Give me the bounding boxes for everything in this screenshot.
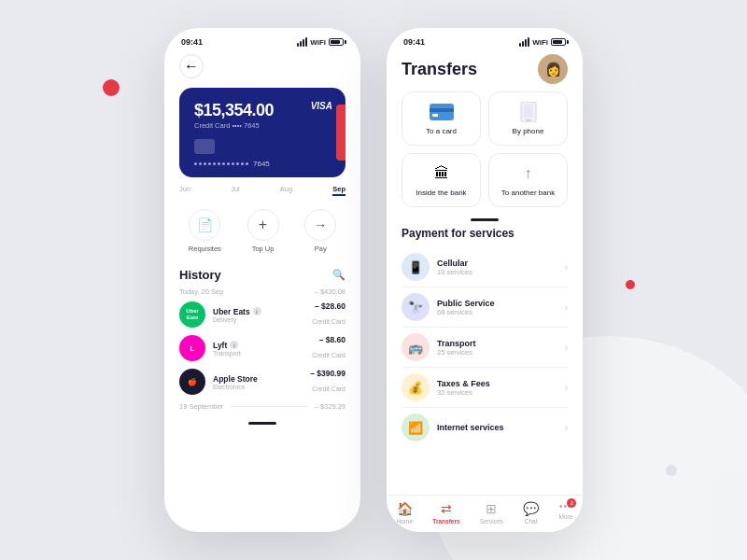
inside-bank-label: Inside the bank (416, 189, 466, 197)
transport-sub: 25 services (437, 348, 557, 357)
transfers-nav-icon: ⇄ (441, 501, 452, 516)
public-service-icon: 🔭 (402, 293, 430, 321)
public-service-chevron: › (565, 302, 568, 313)
home-nav-label: Home (397, 518, 413, 525)
pay-button[interactable]: → Pay (304, 209, 336, 253)
history-item-lyft[interactable]: L Lyft ℹ Transport – $8.60 Credit Card (179, 335, 345, 361)
month-tab-sep[interactable]: Sep (332, 185, 345, 196)
nav-transfers[interactable]: ⇄ Transfers (432, 501, 459, 525)
requisites-label: Requisites (189, 245, 221, 253)
month-tab-aug[interactable]: Aug (280, 185, 292, 196)
avatar[interactable]: 👩 (538, 54, 568, 84)
services-nav-icon: ⊞ (486, 501, 497, 516)
back-button[interactable]: ← (179, 54, 204, 78)
requisites-icon: 📄 (189, 209, 220, 241)
transfer-inside-bank[interactable]: 🏛 Inside the bank (402, 153, 481, 207)
signal-bars-right (519, 37, 529, 47)
internet-chevron: › (565, 423, 568, 433)
payment-services-title: Payment for services (402, 227, 568, 240)
nav-chat[interactable]: 💬 Chat (523, 501, 539, 525)
decorative-red-circle-tl (103, 79, 120, 96)
scroll-indicator-left (164, 411, 360, 428)
history-date2: 19 September (179, 402, 223, 411)
taxes-name: Taxes & Fees (437, 379, 557, 388)
taxes-chevron: › (565, 383, 568, 393)
status-bar-right: 09:41 WiFi (387, 28, 583, 50)
nav-services[interactable]: ⊞ Services (480, 501, 503, 525)
signal-bar-r3 (525, 39, 527, 47)
pfs-public-service[interactable]: 🔭 Public Service 68 services › (402, 287, 568, 328)
top-up-icon: + (247, 209, 279, 241)
ubereats-amount: – $28.60 (312, 301, 345, 311)
time-right: 09:41 (403, 37, 425, 47)
signal-bar-1 (297, 43, 299, 47)
apple-sub: Electronics (213, 384, 303, 390)
signal-bar-r1 (519, 43, 521, 47)
bottom-nav: 🏠 Home ⇄ Transfers ⊞ Services 💬 Chat •••… (387, 495, 583, 532)
transfer-by-phone[interactable]: By phone (488, 91, 568, 146)
history-divider-line (231, 406, 307, 407)
pfs-taxes[interactable]: 💰 Taxes & Fees 32 services › (402, 368, 568, 408)
chat-nav-icon: 💬 (523, 501, 539, 516)
transfer-options-grid: To a card By phone 🏛 Inside the bank ↑ T… (387, 91, 583, 207)
pfs-internet[interactable]: 📶 Internet services › (402, 408, 568, 447)
nav-more[interactable]: ••• More 2 (558, 501, 572, 525)
wifi-icon-right: WiFi (532, 38, 548, 47)
lyft-info-dot: ℹ (230, 341, 238, 349)
lyft-amounts: – $8.60 Credit Card (312, 335, 345, 361)
ubereats-info-dot: ℹ (253, 307, 261, 315)
month-tab-jul[interactable]: Jul (231, 185, 240, 196)
wifi-icon: WiFi (310, 38, 326, 47)
by-phone-label: By phone (513, 127, 544, 135)
transfer-to-card[interactable]: To a card (402, 91, 481, 146)
svg-rect-6 (526, 119, 531, 121)
signal-bar-4 (305, 37, 307, 47)
signal-bar-r2 (522, 41, 524, 47)
more-nav-label: More (558, 513, 572, 520)
top-up-button[interactable]: + Top Up (247, 209, 279, 253)
card-last4-display: 7645 (253, 160, 270, 168)
ubereats-logo: UberEats (179, 301, 205, 328)
left-header: ← (164, 50, 360, 88)
transport-icon: 🚌 (402, 333, 430, 361)
services-nav-label: Services (480, 518, 503, 525)
lyft-info: Lyft ℹ Transport (213, 341, 304, 357)
cellular-chevron: › (565, 262, 568, 273)
transfer-another-bank[interactable]: ↑ To another bank (488, 153, 568, 207)
status-icons-right: WiFi (519, 37, 566, 47)
internet-name: Internet services (437, 423, 557, 432)
ubereats-info: Uber Eats ℹ Delivery (213, 307, 304, 323)
cellular-sub: 10 services (437, 268, 557, 276)
svg-rect-1 (430, 108, 454, 112)
month-tab-jun[interactable]: Jun (179, 185, 190, 196)
history-item-ubereats[interactable]: UberEats Uber Eats ℹ Delivery – $28.60 C… (179, 301, 345, 328)
card-label: Credit Card •••• 7645 (194, 121, 331, 130)
svg-rect-5 (524, 105, 533, 118)
pay-icon: → (304, 209, 336, 241)
history-date1-total: – $430.08 (315, 287, 345, 296)
inside-bank-icon: 🏛 (429, 163, 455, 184)
history-header: History 🔍 (179, 268, 345, 282)
status-bar-left: 09:41 WiFi (164, 28, 360, 50)
history-date2-row: 19 September – $329.29 (179, 402, 345, 411)
home-nav-icon: 🏠 (397, 501, 413, 516)
cellular-info: Cellular 10 services (437, 259, 557, 276)
battery-icon-right (551, 38, 566, 46)
month-tabs: Jun Jul Aug Sep (164, 177, 360, 200)
requisites-button[interactable]: 📄 Requisites (189, 209, 221, 253)
pfs-cellular[interactable]: 📱 Cellular 10 services › (402, 247, 568, 287)
status-icons-left: WiFi (297, 37, 344, 47)
signal-bars (297, 37, 307, 47)
history-title: History (179, 268, 221, 282)
nav-home[interactable]: 🏠 Home (397, 501, 413, 525)
ubereats-card: Credit Card (312, 318, 345, 325)
lyft-amount: – $8.60 (312, 335, 345, 344)
card-brand: VISA (311, 101, 332, 111)
history-date-row: Today, 20 Sep – $430.08 (179, 287, 345, 296)
public-service-info: Public Service 68 services (437, 299, 557, 316)
right-header: Transfers 👩 (387, 50, 583, 91)
history-item-apple[interactable]: 🍎 Apple Store Electronics – $390.99 Cred… (179, 369, 345, 395)
pfs-transport[interactable]: 🚌 Transport 25 services › (402, 328, 568, 368)
search-icon[interactable]: 🔍 (332, 269, 345, 281)
apple-amounts: – $390.99 Credit Card (310, 369, 345, 395)
